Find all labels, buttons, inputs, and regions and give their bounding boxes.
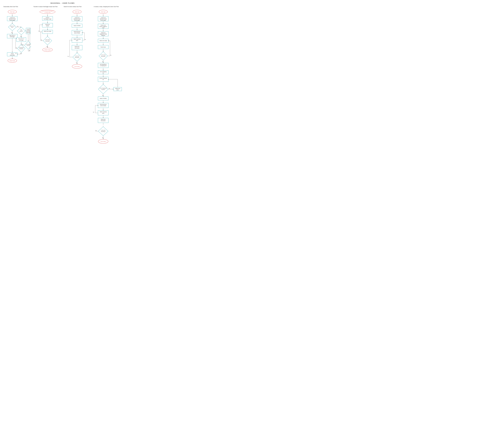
svg-marker-183 — [103, 45, 104, 45]
svg-text:Yes: Yes — [11, 32, 13, 33]
svg-text:fruit/veggie: fruit/veggie — [10, 36, 15, 37]
svg-text:existing: existing — [27, 30, 29, 31]
svg-text:Yes: Yes — [102, 95, 104, 96]
flow2-column: Favorite in season fruit/veggie recipe U… — [32, 6, 63, 72]
flow3-title: Search for stores nearby User Flow — [63, 6, 92, 7]
svg-text:Is this store: Is this store — [75, 56, 79, 57]
svg-marker-203 — [103, 70, 104, 70]
flow1-column: Seasonality check User Flow Open app Lan… — [2, 6, 32, 75]
svg-text:Is the recipe: Is the recipe — [45, 39, 50, 40]
svg-text:Open app: Open app — [101, 11, 105, 12]
svg-text:Yes: Yes — [20, 36, 22, 37]
svg-marker-173 — [103, 31, 104, 31]
svg-text:Select one recipe: Select one recipe — [44, 31, 51, 32]
svg-text:No: No — [95, 130, 97, 131]
svg-text:Read recipe: Read recipe — [101, 47, 106, 48]
svg-text:View list of: View list of — [45, 24, 50, 25]
svg-text:interesting?: interesting? — [75, 57, 79, 58]
svg-text:satisfying?: satisfying? — [19, 48, 23, 49]
svg-text:Land on IN: Land on IN — [75, 17, 79, 18]
svg-text:Is the picture: Is the picture — [19, 47, 24, 48]
svg-text:Read store: Read store — [75, 46, 79, 47]
svg-text:store: store — [102, 113, 104, 114]
svg-text:Open app: Open app — [75, 11, 79, 12]
svg-text:Review grocery: Review grocery — [74, 31, 80, 32]
svg-marker-237 — [103, 110, 104, 111]
svg-marker-259 — [103, 138, 104, 139]
svg-text:No: No — [109, 88, 110, 89]
svg-marker-72 — [12, 58, 13, 59]
svg-marker-197 — [103, 62, 104, 63]
svg-text:Read result: Read result — [9, 60, 15, 61]
svg-marker-79 — [47, 16, 48, 16]
svg-text:Land on IN: Land on IN — [10, 17, 15, 18]
svg-marker-107 — [47, 47, 48, 48]
svg-text:selection: selection — [101, 35, 105, 36]
svg-marker-3 — [12, 16, 13, 16]
svg-marker-120 — [77, 23, 77, 24]
svg-marker-227 — [103, 96, 104, 97]
flow1-diagram: Open app Land on IN SEASON PAGE (home pa… — [4, 9, 31, 75]
svg-text:interesting?: interesting? — [45, 41, 50, 42]
svg-marker-14 — [12, 33, 13, 34]
svg-text:Check: Check — [11, 53, 14, 54]
flow3-diagram: Open app Land on IN SEASON PAGE (home pa… — [67, 9, 88, 84]
svg-text:No: No — [110, 55, 112, 56]
svg-text:items: items — [116, 89, 119, 90]
svg-text:Add/remove: Add/remove — [115, 88, 120, 89]
svg-marker-23 — [12, 52, 13, 53]
svg-marker-167 — [103, 23, 104, 24]
flow4-title: In season, recipe, shopping list & store… — [93, 6, 122, 7]
svg-text:Yes: Yes — [22, 44, 23, 45]
svg-text:Review grocery: Review grocery — [100, 104, 106, 105]
svg-text:SEASON PAGE: SEASON PAGE — [74, 19, 80, 19]
svg-text:SEASON PAGE: SEASON PAGE — [9, 19, 16, 19]
flow4-diagram: Open app Land on IN SEASON PAGE (home pa… — [92, 9, 124, 127]
svg-text:Is the recipe: Is the recipe — [101, 55, 105, 56]
svg-text:Upload: Upload — [27, 29, 29, 30]
svg-marker-139 — [77, 45, 77, 45]
svg-text:Land on IN: Land on IN — [101, 17, 106, 18]
flow3-column: Search for stores nearby User Flow Open … — [63, 6, 93, 84]
svg-rect-90 — [42, 30, 53, 34]
svg-text:No: No — [68, 56, 69, 57]
svg-text:Yes: Yes — [102, 61, 104, 62]
svg-marker-124 — [77, 29, 77, 30]
svg-marker-114 — [77, 16, 77, 16]
svg-text:No: No — [16, 47, 17, 48]
svg-text:Go to shopping: Go to shopping — [100, 71, 106, 72]
flow4-diagram-ext: Is this store interesting? No Yes Go to … — [92, 126, 124, 151]
svg-text:Receive favorite fruit/veggie : Receive favorite fruit/veggie is — [41, 10, 54, 11]
svg-marker-31 — [21, 37, 22, 38]
svg-text:to shopping list: to shopping list — [100, 65, 106, 66]
svg-text:recipes: recipes — [46, 25, 49, 26]
svg-marker-84 — [47, 22, 48, 23]
svg-text:picture?: picture? — [19, 31, 23, 32]
svg-text:Take picture of: Take picture of — [18, 38, 24, 39]
svg-marker-161 — [103, 16, 104, 16]
svg-text:in season alert: in season alert — [44, 12, 50, 13]
svg-marker-208 — [103, 76, 104, 77]
svg-rect-38 — [17, 38, 26, 42]
svg-text:Type name of: Type name of — [9, 35, 15, 36]
svg-text:No: No — [17, 26, 19, 27]
svg-text:No: No — [38, 31, 40, 32]
svg-text:store: store — [76, 40, 78, 41]
svg-text:list: list — [103, 79, 104, 80]
svg-marker-232 — [103, 102, 104, 103]
svg-text:seasonality: seasonality — [10, 55, 15, 56]
svg-marker-218 — [113, 89, 113, 89]
svg-text:information: information — [75, 48, 79, 49]
flow1-title: Seasonality check User Flow — [3, 6, 32, 7]
svg-marker-89 — [47, 29, 48, 30]
svg-text:correct?: correct? — [27, 45, 30, 46]
flows-container: Seasonality check User Flow Open app Lan… — [2, 6, 123, 151]
svg-text:Yes: Yes — [15, 53, 17, 54]
svg-text:Follow recipe: Follow recipe — [44, 49, 50, 50]
svg-text:Select a grocery: Select a grocery — [100, 111, 107, 112]
svg-text:No: No — [85, 39, 86, 40]
svg-text:interesting?: interesting? — [101, 131, 105, 132]
svg-text:text?: text? — [11, 27, 13, 28]
svg-text:SEASON PAGE: SEASON PAGE — [100, 19, 107, 19]
svg-text:(home page): (home page) — [9, 20, 15, 21]
